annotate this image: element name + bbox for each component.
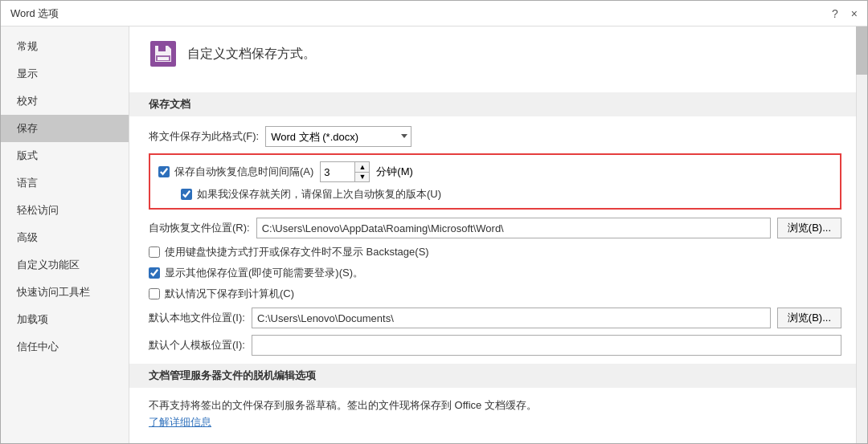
sidebar-item-advanced[interactable]: 轻松访问 — [1, 197, 129, 224]
show-other-label-text: 显示其他保存位置(即使可能需要登录)(S)。 — [165, 266, 363, 280]
title-bar: Word 选项 ? × — [1, 1, 867, 26]
sidebar-item-display[interactable]: 显示 — [1, 60, 129, 88]
sidebar-item-general[interactable]: 常规 — [1, 33, 129, 60]
keep-last-checkbox[interactable] — [181, 189, 192, 200]
sidebar-item-language[interactable]: 版式 — [1, 142, 129, 169]
keyboard-row: 使用键盘快捷方式打开或保存文件时不显示 Backstage(S) — [149, 245, 841, 259]
help-icon[interactable]: ? — [832, 7, 838, 20]
show-other-checkbox[interactable] — [149, 267, 160, 279]
sidebar-item-proofing[interactable]: 校对 — [1, 88, 129, 115]
scrollbar-thumb[interactable] — [856, 26, 867, 75]
highlight-box: 保存自动恢复信息时间间隔(A) ▲ ▼ 分钟(M) — [149, 153, 841, 210]
keyboard-checkbox-label[interactable]: 使用键盘快捷方式打开或保存文件时不显示 Backstage(S) — [149, 245, 429, 259]
auto-recover-checkbox-label[interactable]: 保存自动恢复信息时间间隔(A) — [158, 165, 313, 179]
content-area: 常规 显示 校对 保存 版式 语言 轻松访问 高级 自定义功能区 快速访问工具栏… — [1, 26, 867, 443]
offline-section-title: 文档管理服务器文件的脱机编辑选项 — [129, 364, 867, 388]
sidebar: 常规 显示 校对 保存 版式 语言 轻松访问 高级 自定义功能区 快速访问工具栏… — [1, 26, 129, 443]
sidebar-item-advanced2[interactable]: 高级 — [1, 224, 129, 251]
default-path-row: 默认本地文件位置(I): C:\Users\Lenovo\Documents\ … — [149, 308, 841, 328]
keep-last-row: 如果我没保存就关闭，请保留上次自动恢复的版本(U) — [158, 187, 832, 202]
spinbox-down-btn[interactable]: ▼ — [355, 173, 369, 182]
default-computer-row: 默认情况下保存到计算机(C) — [149, 287, 841, 301]
sidebar-item-quickaccess[interactable]: 快速访问工具栏 — [1, 279, 129, 306]
default-path-input[interactable]: C:\Users\Lenovo\Documents\ — [252, 308, 771, 328]
svg-rect-3 — [158, 57, 169, 60]
format-select[interactable]: Word 文档 (*.docx)Word 97-2003 文档 (*.doc)P… — [265, 126, 411, 147]
template-path-row: 默认个人模板位置(I): — [149, 335, 841, 356]
spinbox-arrows: ▲ ▼ — [354, 162, 369, 181]
default-computer-checkbox-label[interactable]: 默认情况下保存到计算机(C) — [149, 287, 294, 301]
save-section-title: 保存文档 — [129, 92, 867, 116]
dialog-title: Word 选项 — [10, 6, 59, 21]
word-options-dialog: Word 选项 ? × 常规 显示 校对 保存 版式 语言 轻松访问 高级 自定… — [0, 0, 868, 444]
svg-rect-1 — [158, 46, 166, 51]
show-other-checkbox-label[interactable]: 显示其他保存位置(即使可能需要登录)(S)。 — [149, 266, 363, 280]
auto-recover-path-input[interactable]: C:\Users\Lenovo\AppData\Roaming\Microsof… — [256, 218, 771, 238]
sidebar-item-customize[interactable]: 自定义功能区 — [1, 251, 129, 279]
auto-recover-spinbox[interactable]: ▲ ▼ — [320, 161, 370, 182]
keep-last-checkbox-label[interactable]: 如果我没保存就关闭，请保留上次自动恢复的版本(U) — [181, 187, 441, 202]
format-label: 将文件保存为此格式(F): — [149, 129, 259, 144]
auto-recover-checkbox[interactable] — [158, 166, 170, 177]
sidebar-item-accessibility[interactable]: 语言 — [1, 169, 129, 197]
format-row: 将文件保存为此格式(F): Word 文档 (*.docx)Word 97-20… — [149, 126, 841, 147]
browse-btn-1[interactable]: 浏览(B)... — [777, 218, 841, 238]
page-header: 自定义文档保存方式。 — [149, 39, 841, 76]
offline-learn-more-link[interactable]: 了解详细信息 — [149, 416, 211, 428]
template-path-input[interactable] — [252, 335, 841, 356]
template-path-label: 默认个人模板位置(I): — [149, 338, 245, 352]
close-icon[interactable]: × — [851, 7, 858, 20]
minute-label: 分钟(M) — [376, 165, 413, 179]
spinbox-up-btn[interactable]: ▲ — [355, 162, 369, 173]
main-content: 自定义文档保存方式。 保存文档 将文件保存为此格式(F): Word 文档 (*… — [129, 26, 867, 443]
default-path-label: 默认本地文件位置(I): — [149, 311, 245, 325]
save-header-icon — [149, 39, 178, 68]
keyboard-checkbox[interactable] — [149, 246, 160, 258]
auto-recover-label-text: 保存自动恢复信息时间间隔(A) — [174, 165, 313, 179]
auto-recover-path-row: 自动恢复文件位置(R): C:\Users\Lenovo\AppData\Roa… — [149, 218, 841, 238]
sidebar-item-trustcenter[interactable]: 信任中心 — [1, 333, 129, 360]
main-panel: 自定义文档保存方式。 保存文档 将文件保存为此格式(F): Word 文档 (*… — [129, 26, 867, 443]
default-computer-label-text: 默认情况下保存到计算机(C) — [165, 287, 294, 301]
auto-recover-path-label: 自动恢复文件位置(R): — [149, 221, 250, 235]
default-computer-checkbox[interactable] — [149, 288, 160, 299]
title-bar-icons: ? × — [832, 7, 858, 20]
keyboard-label-text: 使用键盘快捷方式打开或保存文件时不显示 Backstage(S) — [165, 245, 429, 259]
sidebar-item-addins[interactable]: 加载项 — [1, 306, 129, 333]
auto-recover-row: 保存自动恢复信息时间间隔(A) ▲ ▼ 分钟(M) — [158, 161, 832, 182]
show-other-row: 显示其他保存位置(即使可能需要登录)(S)。 — [149, 266, 841, 280]
offline-section-text: 不再支持将签出的文件保存到服务器草稿。签出的文件现将保存到 Office 文档缓… — [149, 397, 841, 414]
page-header-title: 自定义文档保存方式。 — [187, 46, 316, 63]
browse-btn-2[interactable]: 浏览(B)... — [777, 308, 841, 328]
scrollbar-track[interactable] — [856, 26, 867, 443]
keep-last-label-text: 如果我没保存就关闭，请保留上次自动恢复的版本(U) — [197, 187, 441, 202]
auto-recover-minutes-input[interactable] — [321, 162, 354, 181]
sidebar-item-save[interactable]: 保存 — [1, 115, 129, 142]
